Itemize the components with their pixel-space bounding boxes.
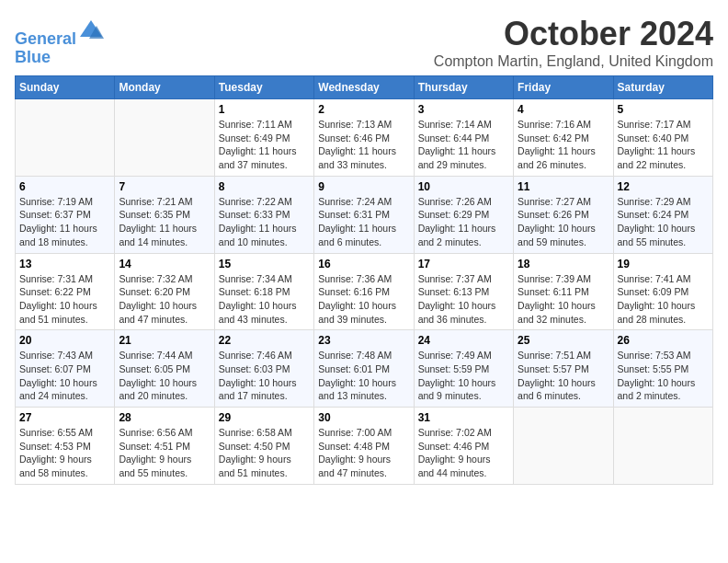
day-number: 7: [119, 180, 210, 193]
day-number: 4: [518, 103, 609, 116]
calendar-table: Sunday Monday Tuesday Wednesday Thursday…: [15, 75, 713, 485]
day-number: 27: [19, 411, 110, 424]
day-number: 17: [418, 258, 509, 270]
day-number: 24: [418, 334, 509, 347]
day-number: 12: [618, 180, 709, 193]
day-info: Sunrise: 7:21 AM Sunset: 6:35 PM Dayligh…: [119, 195, 210, 249]
table-row: 13Sunrise: 7:31 AM Sunset: 6:22 PM Dayli…: [16, 253, 115, 330]
table-row: 10Sunrise: 7:26 AM Sunset: 6:29 PM Dayli…: [414, 176, 513, 253]
day-info: Sunrise: 7:24 AM Sunset: 6:31 PM Dayligh…: [318, 195, 409, 249]
logo-line1: General: [15, 29, 76, 48]
day-info: Sunrise: 7:26 AM Sunset: 6:29 PM Dayligh…: [418, 195, 509, 249]
logo-icon: [78, 18, 104, 44]
day-info: Sunrise: 7:53 AM Sunset: 5:55 PM Dayligh…: [618, 349, 709, 403]
col-wednesday: Wednesday: [314, 76, 414, 99]
table-row: [514, 408, 613, 485]
day-number: 18: [518, 258, 609, 270]
table-row: 7Sunrise: 7:21 AM Sunset: 6:35 PM Daylig…: [115, 176, 214, 253]
col-monday: Monday: [115, 76, 214, 99]
table-row: 28Sunrise: 6:56 AM Sunset: 4:51 PM Dayli…: [115, 408, 214, 485]
page-header: General Blue October 2024 Compton Martin…: [15, 15, 713, 70]
day-number: 20: [19, 334, 110, 347]
day-number: 16: [318, 258, 409, 270]
day-info: Sunrise: 7:32 AM Sunset: 6:20 PM Dayligh…: [119, 272, 210, 327]
table-row: 4Sunrise: 7:16 AM Sunset: 6:42 PM Daylig…: [514, 99, 613, 177]
table-row: 2Sunrise: 7:13 AM Sunset: 6:46 PM Daylig…: [314, 99, 414, 177]
table-row: [16, 99, 115, 177]
day-info: Sunrise: 7:02 AM Sunset: 4:46 PM Dayligh…: [418, 426, 509, 480]
day-number: 31: [418, 411, 509, 424]
calendar-week-row: 13Sunrise: 7:31 AM Sunset: 6:22 PM Dayli…: [16, 253, 713, 330]
col-tuesday: Tuesday: [214, 76, 313, 99]
table-row: 9Sunrise: 7:24 AM Sunset: 6:31 PM Daylig…: [314, 176, 414, 253]
day-info: Sunrise: 7:41 AM Sunset: 6:09 PM Dayligh…: [618, 272, 709, 327]
table-row: 15Sunrise: 7:34 AM Sunset: 6:18 PM Dayli…: [214, 253, 313, 330]
col-friday: Friday: [514, 76, 613, 99]
col-sunday: Sunday: [16, 76, 115, 99]
day-number: 15: [219, 258, 310, 270]
day-number: 8: [219, 180, 310, 193]
logo-text: General: [15, 18, 104, 49]
day-info: Sunrise: 7:16 AM Sunset: 6:42 PM Dayligh…: [518, 118, 609, 172]
table-row: 18Sunrise: 7:39 AM Sunset: 6:11 PM Dayli…: [514, 253, 613, 330]
day-number: 13: [19, 258, 110, 270]
day-info: Sunrise: 7:44 AM Sunset: 6:05 PM Dayligh…: [119, 349, 210, 403]
table-row: 6Sunrise: 7:19 AM Sunset: 6:37 PM Daylig…: [16, 176, 115, 253]
day-info: Sunrise: 7:49 AM Sunset: 5:59 PM Dayligh…: [418, 349, 509, 403]
table-row: 26Sunrise: 7:53 AM Sunset: 5:55 PM Dayli…: [613, 330, 712, 408]
day-number: 30: [318, 411, 409, 424]
table-row: 17Sunrise: 7:37 AM Sunset: 6:13 PM Dayli…: [414, 253, 513, 330]
calendar-week-row: 20Sunrise: 7:43 AM Sunset: 6:07 PM Dayli…: [16, 330, 713, 408]
day-info: Sunrise: 7:17 AM Sunset: 6:40 PM Dayligh…: [618, 118, 709, 172]
day-info: Sunrise: 7:29 AM Sunset: 6:24 PM Dayligh…: [618, 195, 709, 249]
day-number: 19: [618, 258, 709, 270]
calendar-week-row: 6Sunrise: 7:19 AM Sunset: 6:37 PM Daylig…: [16, 176, 713, 253]
table-row: [115, 99, 214, 177]
day-info: Sunrise: 7:51 AM Sunset: 5:57 PM Dayligh…: [518, 349, 609, 403]
title-block: October 2024 Compton Martin, England, Un…: [434, 15, 713, 70]
table-row: 25Sunrise: 7:51 AM Sunset: 5:57 PM Dayli…: [514, 330, 613, 408]
table-row: 5Sunrise: 7:17 AM Sunset: 6:40 PM Daylig…: [613, 99, 712, 177]
day-info: Sunrise: 7:19 AM Sunset: 6:37 PM Dayligh…: [19, 195, 110, 249]
day-info: Sunrise: 6:58 AM Sunset: 4:50 PM Dayligh…: [219, 426, 310, 480]
day-info: Sunrise: 7:14 AM Sunset: 6:44 PM Dayligh…: [418, 118, 509, 172]
calendar-header-row: Sunday Monday Tuesday Wednesday Thursday…: [16, 76, 713, 99]
table-row: 30Sunrise: 7:00 AM Sunset: 4:48 PM Dayli…: [314, 408, 414, 485]
table-row: 3Sunrise: 7:14 AM Sunset: 6:44 PM Daylig…: [414, 99, 513, 177]
day-number: 23: [318, 334, 409, 347]
calendar-week-row: 1Sunrise: 7:11 AM Sunset: 6:49 PM Daylig…: [16, 99, 713, 177]
location-title: Compton Martin, England, United Kingdom: [434, 53, 713, 70]
table-row: 19Sunrise: 7:41 AM Sunset: 6:09 PM Dayli…: [613, 253, 712, 330]
table-row: 21Sunrise: 7:44 AM Sunset: 6:05 PM Dayli…: [115, 330, 214, 408]
day-info: Sunrise: 7:34 AM Sunset: 6:18 PM Dayligh…: [219, 272, 310, 327]
table-row: [613, 408, 712, 485]
col-thursday: Thursday: [414, 76, 513, 99]
table-row: 23Sunrise: 7:48 AM Sunset: 6:01 PM Dayli…: [314, 330, 414, 408]
day-number: 5: [618, 103, 709, 116]
logo: General Blue: [15, 18, 104, 67]
table-row: 8Sunrise: 7:22 AM Sunset: 6:33 PM Daylig…: [214, 176, 313, 253]
day-info: Sunrise: 6:56 AM Sunset: 4:51 PM Dayligh…: [119, 426, 210, 480]
day-info: Sunrise: 7:13 AM Sunset: 6:46 PM Dayligh…: [318, 118, 409, 172]
table-row: 27Sunrise: 6:55 AM Sunset: 4:53 PM Dayli…: [16, 408, 115, 485]
day-info: Sunrise: 7:43 AM Sunset: 6:07 PM Dayligh…: [19, 349, 110, 403]
day-info: Sunrise: 7:00 AM Sunset: 4:48 PM Dayligh…: [318, 426, 409, 480]
table-row: 24Sunrise: 7:49 AM Sunset: 5:59 PM Dayli…: [414, 330, 513, 408]
day-info: Sunrise: 7:22 AM Sunset: 6:33 PM Dayligh…: [219, 195, 310, 249]
day-info: Sunrise: 7:31 AM Sunset: 6:22 PM Dayligh…: [19, 272, 110, 327]
day-info: Sunrise: 7:37 AM Sunset: 6:13 PM Dayligh…: [418, 272, 509, 327]
day-number: 22: [219, 334, 310, 347]
table-row: 14Sunrise: 7:32 AM Sunset: 6:20 PM Dayli…: [115, 253, 214, 330]
day-number: 1: [219, 103, 310, 116]
table-row: 29Sunrise: 6:58 AM Sunset: 4:50 PM Dayli…: [214, 408, 313, 485]
table-row: 16Sunrise: 7:36 AM Sunset: 6:16 PM Dayli…: [314, 253, 414, 330]
day-info: Sunrise: 7:39 AM Sunset: 6:11 PM Dayligh…: [518, 272, 609, 327]
day-number: 11: [518, 180, 609, 193]
month-title: October 2024: [434, 15, 713, 53]
logo-line2: Blue: [15, 49, 104, 67]
table-row: 11Sunrise: 7:27 AM Sunset: 6:26 PM Dayli…: [514, 176, 613, 253]
day-number: 25: [518, 334, 609, 347]
day-info: Sunrise: 7:48 AM Sunset: 6:01 PM Dayligh…: [318, 349, 409, 403]
day-number: 14: [119, 258, 210, 270]
col-saturday: Saturday: [613, 76, 712, 99]
